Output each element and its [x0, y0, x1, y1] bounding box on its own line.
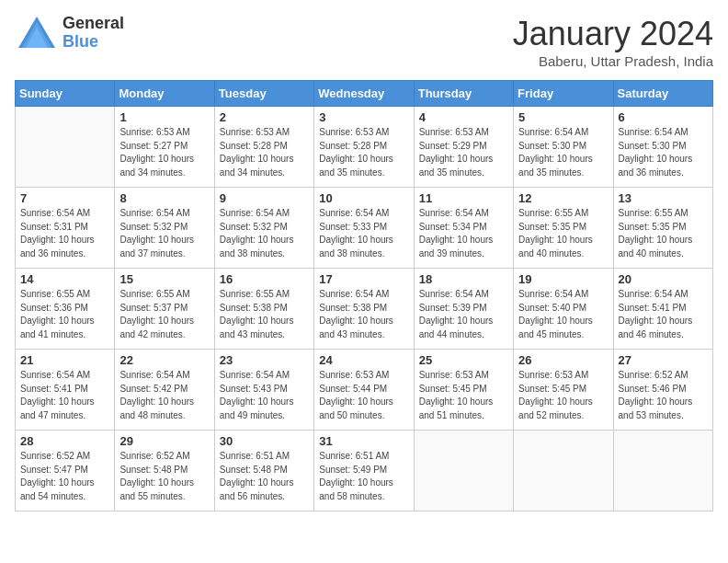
calendar-cell: 12Sunrise: 6:55 AM Sunset: 5:35 PM Dayli… — [514, 188, 613, 269]
day-number: 24 — [319, 353, 408, 367]
calendar-cell: 4Sunrise: 6:53 AM Sunset: 5:29 PM Daylig… — [414, 107, 513, 188]
calendar-cell: 18Sunrise: 6:54 AM Sunset: 5:39 PM Dayli… — [414, 269, 513, 350]
calendar-cell: 27Sunrise: 6:52 AM Sunset: 5:46 PM Dayli… — [613, 350, 712, 431]
day-info: Sunrise: 6:54 AM Sunset: 5:32 PM Dayligh… — [119, 207, 209, 260]
calendar-cell: 15Sunrise: 6:55 AM Sunset: 5:37 PM Dayli… — [115, 269, 214, 350]
day-number: 31 — [319, 434, 408, 448]
calendar-cell — [16, 107, 115, 188]
day-of-week-header: Tuesday — [214, 81, 313, 107]
day-info: Sunrise: 6:53 AM Sunset: 5:27 PM Dayligh… — [119, 126, 209, 179]
day-number: 20 — [619, 272, 708, 286]
calendar-cell: 1Sunrise: 6:53 AM Sunset: 5:27 PM Daylig… — [115, 107, 214, 188]
day-info: Sunrise: 6:54 AM Sunset: 5:32 PM Dayligh… — [220, 207, 309, 260]
calendar-cell: 23Sunrise: 6:54 AM Sunset: 5:43 PM Dayli… — [214, 350, 313, 431]
day-info: Sunrise: 6:53 AM Sunset: 5:29 PM Dayligh… — [419, 126, 508, 179]
day-number: 18 — [419, 272, 508, 286]
day-number: 16 — [220, 272, 309, 286]
calendar-week-row: 1Sunrise: 6:53 AM Sunset: 5:27 PM Daylig… — [16, 107, 713, 188]
calendar-week-row: 28Sunrise: 6:52 AM Sunset: 5:47 PM Dayli… — [16, 431, 713, 511]
day-info: Sunrise: 6:54 AM Sunset: 5:42 PM Dayligh… — [119, 369, 209, 422]
day-info: Sunrise: 6:55 AM Sunset: 5:36 PM Dayligh… — [20, 288, 109, 341]
calendar-cell: 6Sunrise: 6:54 AM Sunset: 5:30 PM Daylig… — [613, 107, 712, 188]
day-info: Sunrise: 6:53 AM Sunset: 5:28 PM Dayligh… — [319, 126, 408, 179]
calendar-cell: 7Sunrise: 6:54 AM Sunset: 5:31 PM Daylig… — [16, 188, 115, 269]
day-number: 28 — [20, 434, 109, 448]
day-info: Sunrise: 6:54 AM Sunset: 5:40 PM Dayligh… — [518, 288, 608, 341]
day-info: Sunrise: 6:54 AM Sunset: 5:43 PM Dayligh… — [220, 369, 309, 422]
day-info: Sunrise: 6:54 AM Sunset: 5:30 PM Dayligh… — [518, 126, 608, 179]
day-of-week-header: Sunday — [16, 81, 115, 107]
calendar-cell: 24Sunrise: 6:53 AM Sunset: 5:44 PM Dayli… — [314, 350, 414, 431]
calendar-week-row: 21Sunrise: 6:54 AM Sunset: 5:41 PM Dayli… — [16, 350, 713, 431]
calendar-cell: 11Sunrise: 6:54 AM Sunset: 5:34 PM Dayli… — [414, 188, 513, 269]
day-info: Sunrise: 6:53 AM Sunset: 5:28 PM Dayligh… — [220, 126, 309, 179]
day-number: 8 — [119, 191, 209, 205]
calendar-cell: 5Sunrise: 6:54 AM Sunset: 5:30 PM Daylig… — [514, 107, 613, 188]
day-info: Sunrise: 6:54 AM Sunset: 5:39 PM Dayligh… — [419, 288, 508, 341]
calendar-cell: 17Sunrise: 6:54 AM Sunset: 5:38 PM Dayli… — [314, 269, 414, 350]
title-area: January 2024 Baberu, Uttar Pradesh, Indi… — [513, 15, 713, 69]
day-info: Sunrise: 6:54 AM Sunset: 5:34 PM Dayligh… — [419, 207, 508, 260]
day-info: Sunrise: 6:55 AM Sunset: 5:37 PM Dayligh… — [119, 288, 209, 341]
day-number: 1 — [119, 110, 209, 124]
day-number: 15 — [119, 272, 209, 286]
day-info: Sunrise: 6:53 AM Sunset: 5:44 PM Dayligh… — [319, 369, 408, 422]
day-number: 30 — [220, 434, 309, 448]
calendar-cell: 14Sunrise: 6:55 AM Sunset: 5:36 PM Dayli… — [16, 269, 115, 350]
day-info: Sunrise: 6:51 AM Sunset: 5:48 PM Dayligh… — [220, 450, 309, 503]
month-title: January 2024 — [513, 15, 713, 53]
day-number: 19 — [518, 272, 608, 286]
day-info: Sunrise: 6:51 AM Sunset: 5:49 PM Dayligh… — [319, 450, 408, 503]
day-number: 9 — [220, 191, 309, 205]
calendar-table: SundayMondayTuesdayWednesdayThursdayFrid… — [15, 80, 713, 511]
day-number: 21 — [20, 353, 109, 367]
day-info: Sunrise: 6:53 AM Sunset: 5:45 PM Dayligh… — [419, 369, 508, 422]
day-info: Sunrise: 6:54 AM Sunset: 5:31 PM Dayligh… — [20, 207, 109, 260]
day-number: 4 — [419, 110, 508, 124]
calendar-cell — [414, 431, 513, 511]
calendar-cell — [613, 431, 712, 511]
calendar-cell: 19Sunrise: 6:54 AM Sunset: 5:40 PM Dayli… — [514, 269, 613, 350]
day-number: 14 — [20, 272, 109, 286]
day-info: Sunrise: 6:54 AM Sunset: 5:41 PM Dayligh… — [20, 369, 109, 422]
calendar-cell: 26Sunrise: 6:53 AM Sunset: 5:45 PM Dayli… — [514, 350, 613, 431]
day-number: 3 — [319, 110, 408, 124]
day-number: 13 — [619, 191, 708, 205]
day-info: Sunrise: 6:52 AM Sunset: 5:47 PM Dayligh… — [20, 450, 109, 503]
day-number: 23 — [220, 353, 309, 367]
day-of-week-header: Monday — [115, 81, 214, 107]
logo-icon — [15, 15, 59, 52]
day-number: 27 — [619, 353, 708, 367]
day-number: 25 — [419, 353, 508, 367]
day-of-week-header: Wednesday — [314, 81, 414, 107]
day-number: 7 — [20, 191, 109, 205]
calendar-week-row: 7Sunrise: 6:54 AM Sunset: 5:31 PM Daylig… — [16, 188, 713, 269]
day-info: Sunrise: 6:54 AM Sunset: 5:38 PM Dayligh… — [319, 288, 408, 341]
calendar-header: SundayMondayTuesdayWednesdayThursdayFrid… — [16, 81, 713, 107]
calendar-cell: 3Sunrise: 6:53 AM Sunset: 5:28 PM Daylig… — [314, 107, 414, 188]
calendar-cell: 21Sunrise: 6:54 AM Sunset: 5:41 PM Dayli… — [16, 350, 115, 431]
calendar-cell: 31Sunrise: 6:51 AM Sunset: 5:49 PM Dayli… — [314, 431, 414, 511]
logo-general-text: General — [63, 15, 124, 33]
days-of-week-row: SundayMondayTuesdayWednesdayThursdayFrid… — [16, 81, 713, 107]
day-info: Sunrise: 6:55 AM Sunset: 5:35 PM Dayligh… — [619, 207, 708, 260]
day-number: 6 — [619, 110, 708, 124]
day-number: 22 — [119, 353, 209, 367]
location-subtitle: Baberu, Uttar Pradesh, India — [513, 53, 713, 69]
page-header: General Blue January 2024 Baberu, Uttar … — [15, 15, 713, 69]
day-info: Sunrise: 6:52 AM Sunset: 5:46 PM Dayligh… — [619, 369, 708, 422]
day-info: Sunrise: 6:55 AM Sunset: 5:35 PM Dayligh… — [518, 207, 608, 260]
logo: General Blue — [15, 15, 124, 52]
day-info: Sunrise: 6:52 AM Sunset: 5:48 PM Dayligh… — [119, 450, 209, 503]
calendar-cell: 20Sunrise: 6:54 AM Sunset: 5:41 PM Dayli… — [613, 269, 712, 350]
day-number: 5 — [518, 110, 608, 124]
day-of-week-header: Thursday — [414, 81, 513, 107]
calendar-cell: 8Sunrise: 6:54 AM Sunset: 5:32 PM Daylig… — [115, 188, 214, 269]
logo-text: General Blue — [63, 15, 124, 52]
day-number: 26 — [518, 353, 608, 367]
calendar-cell: 29Sunrise: 6:52 AM Sunset: 5:48 PM Dayli… — [115, 431, 214, 511]
day-number: 29 — [119, 434, 209, 448]
calendar-cell: 16Sunrise: 6:55 AM Sunset: 5:38 PM Dayli… — [214, 269, 313, 350]
calendar-cell: 28Sunrise: 6:52 AM Sunset: 5:47 PM Dayli… — [16, 431, 115, 511]
calendar-cell: 10Sunrise: 6:54 AM Sunset: 5:33 PM Dayli… — [314, 188, 414, 269]
